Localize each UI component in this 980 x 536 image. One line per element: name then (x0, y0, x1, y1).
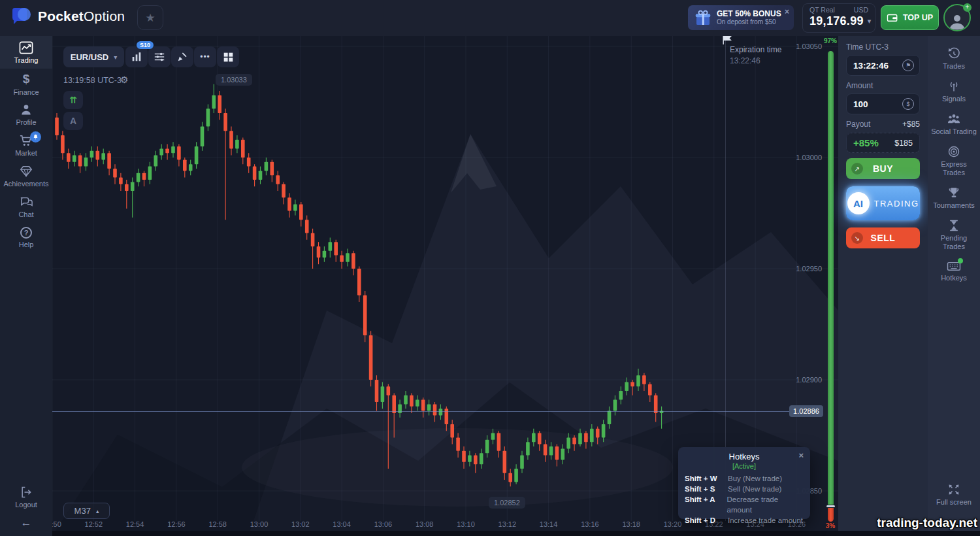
timeframe-badge: S10 (137, 41, 154, 49)
sidebar-item-hotkeys[interactable]: Hotkeys (928, 256, 980, 287)
candle-body (131, 182, 135, 191)
bonus-subtitle: On deposit from $50 (717, 18, 790, 25)
candle-body (305, 220, 309, 233)
sidebar-item-finance[interactable]: $ Finance (0, 69, 52, 99)
logout-button[interactable]: Logout (0, 482, 52, 512)
sidebar-item-express-trades[interactable]: Express Trades (928, 141, 980, 182)
symbol-selector[interactable]: EUR/USD ▾ (63, 46, 124, 67)
expiration-title: Expiration time (730, 45, 781, 54)
avatar-add-icon: + (963, 3, 972, 12)
layout-button[interactable] (217, 46, 239, 67)
candle-body (497, 433, 501, 451)
candle-body (171, 146, 175, 153)
favorite-star-button[interactable]: ★ (137, 5, 163, 30)
dollar-icon[interactable]: $ (902, 98, 914, 110)
symbol-label: EUR/USD (71, 52, 109, 62)
candle-body (590, 429, 594, 442)
hotkey-combo: Shift + W (685, 473, 728, 484)
amount-input[interactable]: 100 $ (846, 93, 920, 114)
candle-body (177, 146, 181, 159)
sentiment-bar (828, 51, 834, 521)
indicators-button[interactable] (148, 46, 171, 67)
sidebar-item-trades[interactable]: Trades (928, 42, 980, 75)
drawing-tools-button[interactable] (171, 46, 193, 67)
ai-trading-button[interactable]: AI TRADING (846, 186, 920, 220)
flag-icon[interactable]: ⚑ (902, 59, 914, 71)
candle-body (265, 162, 269, 171)
annotation-button[interactable]: A (63, 112, 83, 130)
sidebar-item-label: Help (19, 241, 34, 248)
expiration-time-input[interactable]: 13:22:46 ⚑ (846, 55, 920, 76)
x-tick-label: 12:50 (52, 520, 61, 528)
fullscreen-label: Full screen (936, 498, 972, 507)
candle-body (276, 175, 280, 184)
chart-type-button[interactable] (125, 46, 148, 67)
hotkey-description: Buy (New trade) (728, 473, 782, 484)
candle-body (514, 469, 518, 482)
sidebar-item-profile[interactable]: Profile (0, 99, 52, 130)
fullscreen-button[interactable]: Full screen (928, 478, 980, 511)
sidebar-item-pending-trades[interactable]: Pending Trades (928, 214, 980, 256)
candle-body (293, 204, 297, 210)
account-type-label: QT Real (809, 6, 835, 14)
payout-add: +$85 (902, 120, 920, 129)
candle-body (183, 159, 187, 171)
more-tools-button[interactable]: ••• (194, 46, 216, 67)
close-icon[interactable]: × (798, 450, 804, 460)
hotkeys-rows: Shift + W Buy (New trade) Shift + S Sell… (685, 473, 804, 526)
candle-body (625, 382, 629, 391)
brand-logo[interactable]: PocketOption (10, 7, 125, 26)
sentiment-sellers-label: 3% (823, 522, 838, 529)
buy-label: BUY (873, 163, 893, 174)
buy-button[interactable]: ↗ BUY (846, 158, 920, 179)
sidebar-item-chat[interactable]: Chat (0, 192, 52, 222)
collapse-sidebar-icon[interactable]: ← (0, 512, 52, 536)
sidebar-item-trading[interactable]: Trading (0, 36, 52, 69)
candle-body (503, 451, 507, 473)
candle-body (602, 424, 606, 437)
candle-body (101, 153, 105, 159)
candle-body (491, 433, 495, 440)
candle-body (218, 95, 221, 113)
bonus-close-icon[interactable]: × (785, 7, 789, 16)
sell-button[interactable]: ↘ SELL (846, 227, 920, 248)
sidebar-item-market[interactable]: Market (0, 130, 52, 161)
y-tick-label: 1.02950 (796, 265, 822, 273)
sidebar-item-signals[interactable]: Signals (928, 75, 980, 108)
brush-icon (176, 51, 188, 63)
candle-body (468, 456, 472, 462)
bottom-strip (52, 531, 980, 536)
sidebar-item-achievements[interactable]: Achievements (0, 161, 52, 192)
chevron-up-icon: ▴ (96, 508, 99, 514)
x-tick-label: 13:18 (622, 520, 640, 528)
interval-selector[interactable]: M37 ▴ (63, 503, 110, 519)
candle-body (154, 156, 158, 167)
balance-amount: 19,176.99 (809, 14, 864, 28)
candle-body (398, 404, 402, 413)
candle-body (608, 411, 612, 424)
candle-body (282, 184, 286, 197)
candle-body (317, 246, 321, 258)
candle-body (549, 446, 553, 456)
x-tick-label: 13:06 (374, 520, 393, 528)
sidebar-item-label: Profile (16, 118, 36, 126)
pocket-option-app: PocketOption ★ GET 50% BONUS On deposit … (0, 0, 980, 536)
chart-low-label: 1.02852 (489, 497, 525, 509)
candle-body (311, 233, 315, 246)
gear-icon[interactable]: ⚙ (120, 75, 129, 85)
candle-body (363, 295, 367, 335)
hotkey-description: Increase trade amount (728, 515, 803, 526)
letter-a-label: A (70, 116, 76, 126)
sidebar-item-label: Social Trading (931, 127, 977, 136)
hotkey-combo: Shift + A (685, 494, 727, 515)
auto-scroll-button[interactable]: ⇈ (63, 91, 83, 109)
balance-selector[interactable]: QT Real USD 19,176.99 ▾ (802, 3, 875, 33)
candle-body (450, 424, 454, 437)
brand-text: PocketOption (38, 8, 125, 24)
sidebar-item-tournaments[interactable]: Tournaments (928, 182, 980, 214)
sidebar-item-social-trading[interactable]: Social Trading (928, 108, 980, 141)
x-tick-label: 13:12 (498, 520, 517, 528)
sidebar-item-help[interactable]: ? Help (0, 222, 52, 253)
bonus-banner[interactable]: GET 50% BONUS On deposit from $50 × (688, 5, 794, 30)
top-up-button[interactable]: TOP UP (881, 5, 939, 30)
